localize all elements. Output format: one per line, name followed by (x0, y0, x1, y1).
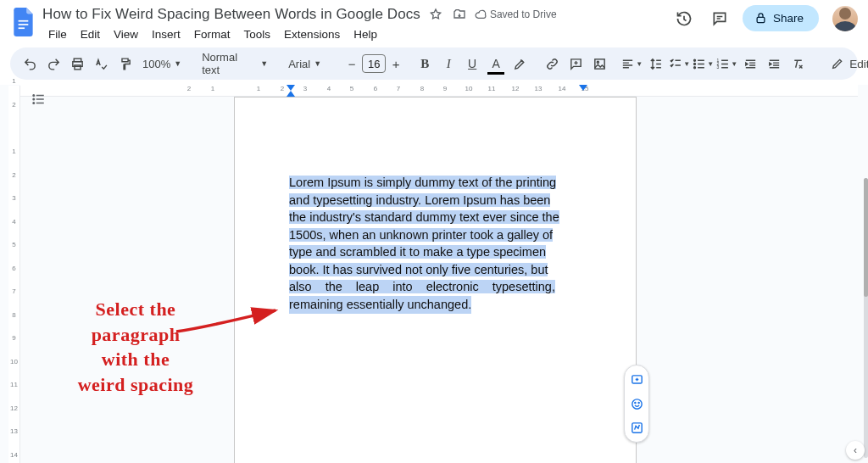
redo-icon[interactable] (42, 53, 64, 75)
para-line: type and scrambled it to make a type spe… (289, 245, 546, 259)
ruler-tick: 1 (257, 85, 260, 92)
history-icon[interactable] (671, 6, 697, 31)
text-color-icon[interactable]: A (485, 53, 507, 75)
decrease-indent-icon[interactable] (739, 53, 761, 75)
suggest-edits-icon[interactable] (626, 416, 648, 438)
ruler-tick: 9 (443, 85, 447, 92)
scrollbar-thumb[interactable] (864, 178, 868, 297)
undo-icon[interactable] (19, 53, 41, 75)
ruler-tick: 3 (303, 85, 307, 92)
selected-paragraph[interactable]: Lorem Ipsum is simply dummy text of the … (289, 174, 581, 314)
font-size-input[interactable]: 16 (362, 54, 386, 73)
add-comment-icon[interactable] (626, 369, 648, 391)
italic-icon[interactable]: I (437, 53, 459, 75)
bulleted-list-icon[interactable]: ▼ (692, 53, 714, 75)
line-spacing-icon[interactable] (644, 53, 666, 75)
menu-edit[interactable]: Edit (75, 25, 106, 43)
document-page[interactable]: Lorem Ipsum is simply dummy text of the … (234, 97, 637, 463)
align-icon[interactable]: ▼ (620, 53, 643, 75)
menu-view[interactable]: View (108, 25, 144, 43)
ruler-tick: 7 (8, 287, 19, 295)
annotation-line: with the (47, 347, 225, 372)
ruler-tick: 2 (8, 171, 19, 179)
left-indent-marker[interactable] (287, 91, 295, 97)
svg-rect-2 (19, 27, 25, 29)
move-icon[interactable] (451, 6, 468, 23)
svg-rect-0 (19, 20, 29, 22)
header-right: Share (671, 5, 858, 31)
insert-link-icon[interactable] (541, 53, 563, 75)
svg-point-21 (638, 402, 639, 403)
ruler-tick: 2 (8, 101, 19, 109)
ruler-tick: 7 (397, 85, 400, 92)
first-line-indent-marker[interactable] (287, 85, 295, 91)
account-avatar[interactable] (832, 6, 858, 31)
docs-logo-icon[interactable] (10, 5, 37, 39)
right-indent-marker[interactable] (579, 85, 587, 91)
menu-format[interactable]: Format (188, 25, 236, 43)
menu-insert[interactable]: Insert (146, 25, 186, 43)
svg-rect-3 (757, 17, 765, 22)
ruler-tick: 1 (211, 85, 214, 92)
ruler-tick: 11 (488, 85, 496, 92)
svg-point-10 (694, 63, 696, 64)
paint-format-icon[interactable] (114, 53, 136, 75)
ruler-tick: 6 (374, 85, 377, 92)
emoji-reaction-icon[interactable] (626, 393, 648, 415)
font-size-increase[interactable]: + (388, 54, 403, 73)
show-outline-icon[interactable] (29, 90, 47, 109)
clear-format-icon[interactable] (787, 53, 809, 75)
paragraph-style-dropdown[interactable]: Normal text▼ (197, 51, 273, 76)
svg-point-9 (694, 59, 696, 61)
toolbar: 100%▼ Normal text▼ Arial▼ − 16 + B I U A… (10, 47, 858, 80)
menu-tools[interactable]: Tools (238, 25, 277, 43)
ruler-tick: 1 (8, 77, 19, 85)
ruler-tick: 2 (187, 85, 191, 92)
print-icon[interactable] (66, 53, 88, 75)
cloud-status-label: Saved to Drive (490, 8, 557, 20)
editing-mode-dropdown[interactable]: Editing▼ (821, 54, 868, 73)
share-button[interactable]: Share (743, 5, 819, 31)
font-size-decrease[interactable]: − (344, 54, 359, 73)
para-line: 1500s, when an unknown printer took a ga… (289, 228, 553, 242)
increase-indent-icon[interactable] (763, 53, 785, 75)
ruler-tick: 10 (465, 85, 473, 92)
ruler-tick: 4 (327, 85, 331, 92)
zoom-dropdown[interactable]: 100%▼ (137, 58, 186, 70)
para-line: book. It has survived not only five cent… (289, 263, 548, 276)
font-family-dropdown[interactable]: Arial▼ (283, 58, 334, 70)
horizontal-ruler[interactable]: 2 1 1 2 3 4 5 6 7 8 9 10 11 12 13 14 15 (20, 85, 858, 97)
font-size-group: − 16 + (344, 54, 403, 73)
ruler-tick: 9 (8, 334, 19, 342)
bold-icon[interactable]: B (414, 53, 436, 75)
ruler-tick: 12 (512, 85, 520, 92)
svg-text:3: 3 (717, 65, 720, 70)
ruler-tick: 5 (8, 241, 19, 248)
star-icon[interactable] (427, 6, 444, 23)
annotation-line: weird spacing (47, 372, 225, 398)
ruler-tick: 5 (350, 85, 353, 92)
highlight-icon[interactable] (509, 53, 531, 75)
header-bar: How to Fix Weird Spacing Between Words i… (0, 0, 868, 47)
document-title[interactable]: How to Fix Weird Spacing Between Words i… (42, 6, 420, 23)
svg-point-19 (632, 399, 641, 408)
ruler-tick: 10 (8, 358, 19, 365)
document-area: 2 1 1 2 3 4 5 6 7 8 9 10 11 12 13 14 15 … (0, 85, 868, 463)
ruler-tick: 4 (8, 218, 19, 226)
ruler-tick: 8 (420, 85, 424, 92)
explore-icon[interactable]: ‹ (846, 441, 865, 460)
svg-rect-1 (19, 24, 29, 25)
underline-icon[interactable]: U (461, 53, 483, 75)
menu-file[interactable]: File (42, 25, 73, 43)
numbered-list-icon[interactable]: 123▼ (715, 53, 737, 75)
menu-extensions[interactable]: Extensions (278, 25, 346, 43)
selection-side-panel (624, 365, 649, 443)
checklist-icon[interactable]: ▼ (668, 53, 690, 75)
vertical-ruler[interactable]: 1 2 1 2 3 4 5 6 7 8 9 10 11 12 13 14 (8, 86, 20, 463)
cloud-status[interactable]: Saved to Drive (475, 8, 557, 21)
spellcheck-icon[interactable] (90, 53, 112, 75)
menu-help[interactable]: Help (348, 25, 383, 43)
insert-image-icon[interactable] (588, 53, 610, 75)
comments-icon[interactable] (707, 6, 732, 31)
add-comment-icon[interactable] (565, 53, 587, 75)
